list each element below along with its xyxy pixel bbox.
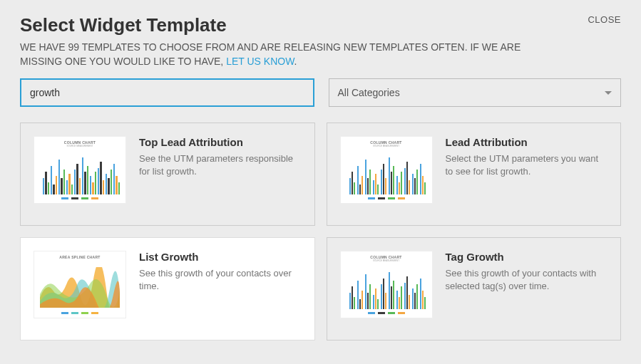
- modal-subtitle: WE HAVE 99 TEMPLATES TO CHOOSE FROM AND …: [20, 41, 562, 68]
- search-input[interactable]: [20, 78, 314, 107]
- template-thumbnail: COLUMN CHART SOURCE MEASUREMENT: [34, 136, 126, 204]
- template-desc: See this growth of your contacts with se…: [446, 267, 608, 293]
- thumb-legend: [341, 312, 432, 316]
- template-info: Top Lead Attribution See the UTM paramet…: [139, 136, 302, 178]
- thumb-legend: [34, 312, 125, 316]
- templates-grid: COLUMN CHART SOURCE MEASUREMENT: [20, 123, 621, 340]
- modal-title: Select Widget Template: [20, 14, 588, 36]
- thumb-label: AREA SPLINE CHART: [34, 251, 125, 259]
- column-chart-icon: [349, 268, 426, 309]
- template-desc: Select the UTM parameters you want to se…: [446, 152, 608, 178]
- template-title: Tag Growth: [446, 251, 608, 263]
- column-chart-icon: [43, 153, 120, 194]
- thumb-label: COLUMN CHART: [34, 137, 125, 145]
- category-select[interactable]: All Categories: [329, 78, 622, 107]
- template-card-lead-attribution[interactable]: COLUMN CHART SOURCE MEASUREMENT: [327, 123, 622, 226]
- template-title: Top Lead Attribution: [139, 136, 302, 148]
- thumb-sublabel: SOURCE MEASUREMENT: [341, 145, 432, 147]
- subtitle-end: .: [294, 56, 297, 67]
- template-desc: See this growth of your contacts over ti…: [139, 267, 302, 293]
- thumb-label: COLUMN CHART: [341, 251, 432, 259]
- thumb-legend: [341, 197, 432, 202]
- template-thumbnail: COLUMN CHART SOURCE MEASUREMENT: [340, 251, 433, 318]
- template-title: List Growth: [139, 251, 302, 263]
- widget-template-modal: Select Widget Template WE HAVE 99 TEMPLA…: [0, 0, 641, 355]
- modal-header: Select Widget Template WE HAVE 99 TEMPLA…: [20, 14, 621, 68]
- template-desc: See the UTM parameters responsible for l…: [139, 152, 302, 178]
- column-chart-icon: [349, 153, 426, 194]
- thumb-sublabel: SOURCE MEASUREMENT: [34, 145, 125, 147]
- chevron-down-icon: [605, 91, 612, 95]
- template-info: List Growth See this growth of your cont…: [139, 251, 302, 293]
- thumb-legend: [34, 197, 125, 202]
- category-selected-label: All Categories: [338, 87, 400, 98]
- template-thumbnail: COLUMN CHART SOURCE MEASUREMENT: [340, 136, 433, 204]
- template-info: Lead Attribution Select the UTM paramete…: [446, 136, 608, 178]
- thumb-sublabel: SOURCE MEASUREMENT: [341, 259, 432, 262]
- area-chart-icon: [40, 267, 120, 308]
- template-card-tag-growth[interactable]: COLUMN CHART SOURCE MEASUREMENT: [327, 237, 622, 340]
- template-info: Tag Growth See this growth of your conta…: [446, 251, 608, 293]
- template-title: Lead Attribution: [446, 136, 608, 148]
- template-thumbnail: AREA SPLINE CHART: [34, 251, 126, 318]
- controls-row: All Categories: [20, 78, 621, 107]
- template-card-list-growth[interactable]: AREA SPLINE CHART List G: [20, 237, 315, 340]
- let-us-know-link[interactable]: LET US KNOW: [226, 56, 294, 67]
- template-card-top-lead-attribution[interactable]: COLUMN CHART SOURCE MEASUREMENT: [20, 123, 315, 226]
- thumb-label: COLUMN CHART: [341, 137, 432, 145]
- title-area: Select Widget Template WE HAVE 99 TEMPLA…: [20, 14, 588, 68]
- close-button[interactable]: CLOSE: [588, 14, 621, 25]
